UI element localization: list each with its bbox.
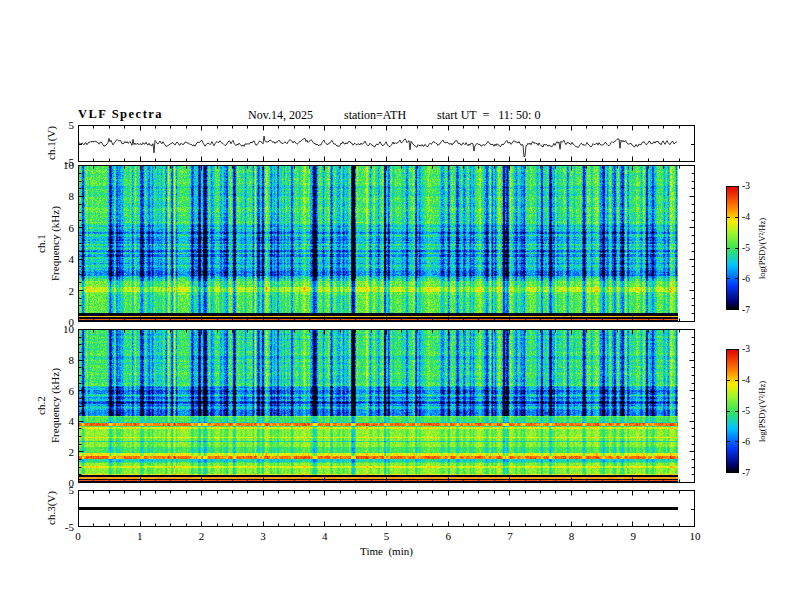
x-tick-label: 5 xyxy=(377,530,397,542)
y-tick-label: 4 xyxy=(52,415,74,427)
colorbar-ch1 xyxy=(726,186,739,310)
vlf-spectra-figure: VLF Spectra Nov.14, 2025 station=ATH sta… xyxy=(0,0,792,612)
ch1-spectrogram-axis-label-channel: ch.1 xyxy=(34,165,47,322)
colorbar-ch2 xyxy=(726,349,739,473)
y-tick-label: -5 xyxy=(52,521,74,533)
time-axis-label: Time (min) xyxy=(78,545,695,557)
ch3-waveform-canvas xyxy=(78,490,695,527)
start-ut-label: start UT = 11: 50: 0 xyxy=(437,108,540,123)
x-tick-label: 2 xyxy=(191,530,211,542)
ch2-spectrogram-axis-label-channel: ch.2 xyxy=(34,329,47,483)
x-tick-label: 9 xyxy=(623,530,643,542)
y-tick-label: -5 xyxy=(52,156,74,168)
colorbar-tick-label: -4 xyxy=(742,375,760,385)
x-tick-label: 1 xyxy=(130,530,150,542)
colorbar-tick-label: -6 xyxy=(742,274,760,284)
y-tick-label: 6 xyxy=(52,222,74,234)
x-tick-label: 10 xyxy=(685,530,705,542)
y-tick-label: 4 xyxy=(52,253,74,265)
x-tick-label: 7 xyxy=(500,530,520,542)
x-tick-label: 4 xyxy=(315,530,335,542)
ch1-waveform-canvas xyxy=(78,125,695,162)
x-tick-label: 3 xyxy=(253,530,273,542)
y-tick-label: 8 xyxy=(52,190,74,202)
figure-title: VLF Spectra xyxy=(78,107,163,122)
ch1-spectrogram-canvas xyxy=(78,165,695,322)
y-tick-label: 6 xyxy=(52,385,74,397)
ch2-spectrogram-axis-label-frequency: Frequency (kHz) xyxy=(48,329,61,483)
colorbar-tick-label: -5 xyxy=(742,406,760,416)
y-tick-label: 5 xyxy=(52,484,74,496)
y-tick-label: 2 xyxy=(52,446,74,458)
colorbar-tick-label: -6 xyxy=(742,437,760,447)
ch1-spectrogram-axis-label-frequency: Frequency (kHz) xyxy=(48,165,61,322)
date-label: Nov.14, 2025 xyxy=(248,108,313,123)
y-tick-label: 8 xyxy=(52,354,74,366)
colorbar-tick-label: -5 xyxy=(742,243,760,253)
colorbar-tick-label: -4 xyxy=(742,212,760,222)
x-tick-label: 6 xyxy=(438,530,458,542)
y-tick-label: 5 xyxy=(52,119,74,131)
ch2-spectrogram-canvas xyxy=(78,329,695,483)
y-tick-label: 10 xyxy=(52,323,74,335)
x-tick-label: 8 xyxy=(562,530,582,542)
colorbar-tick-label: -7 xyxy=(742,305,760,315)
colorbar-tick-label: -7 xyxy=(742,468,760,478)
colorbar-tick-label: -3 xyxy=(742,344,760,354)
station-label: station=ATH xyxy=(344,108,406,123)
colorbar-tick-label: -3 xyxy=(742,181,760,191)
y-tick-label: 2 xyxy=(52,285,74,297)
